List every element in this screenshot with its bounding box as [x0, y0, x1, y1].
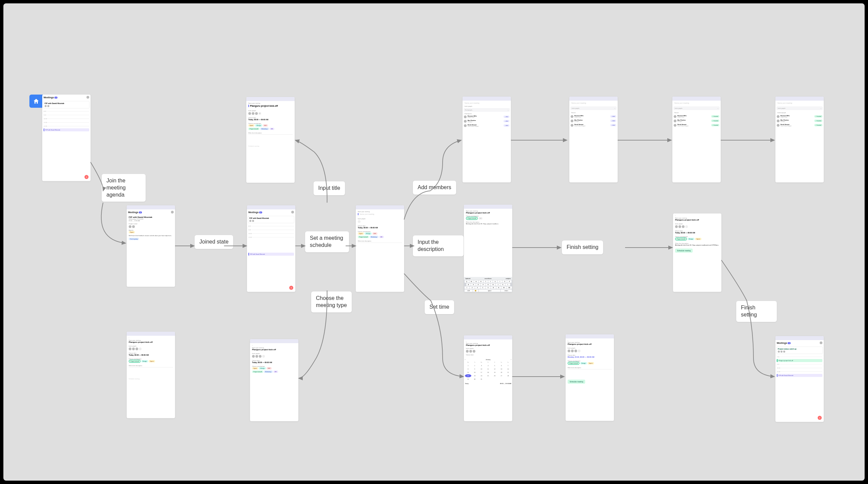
- label-input-desc: Input the description: [413, 235, 464, 256]
- person-row[interactable]: Roxanne MillsProduct Owner+ Add: [463, 114, 511, 119]
- title-input[interactable]: Planguru project kick-off: [248, 105, 293, 107]
- home-button[interactable]: [29, 95, 43, 108]
- label-set-time: Set time: [425, 300, 454, 314]
- screen-calendar[interactable]: ‹ Name your meeting Planguru project kic…: [464, 335, 512, 421]
- label-finish-1: Finish setting: [562, 240, 603, 254]
- screen-name-meeting-filled[interactable]: Name your meeting Planguru project kick-…: [246, 97, 295, 183]
- meeting-card[interactable]: F2F with Dawid Wozniak: [43, 101, 90, 108]
- meetings-title: Meetings: [44, 96, 54, 99]
- person-row[interactable]: Derek StewartSenior Product Designer✓ In…: [672, 123, 721, 127]
- person-row[interactable]: Roxanne MillsProduct Owner+ Add: [569, 114, 618, 119]
- calendar[interactable]: ‹January› MoTuWeThFrSaSu1234567891011121…: [464, 357, 512, 386]
- label-joined-state: Joined state: [195, 235, 233, 249]
- going-pill[interactable]: You're going: [129, 238, 139, 240]
- label-join-agenda: Join the meeting agenda: [102, 174, 146, 202]
- diagram-canvas[interactable]: Meetings2 F2F with Dawid Wozniak 8:00 9:…: [3, 3, 865, 481]
- find-people-input[interactable]: Find people...⌄: [464, 108, 510, 112]
- screen-choose-type[interactable]: ‹ Name your meeting Planguru project kic…: [250, 339, 298, 421]
- screen-final-meetings[interactable]: Meetings2 Project status catch-up 7:00 P…: [775, 336, 824, 422]
- screen-finish-1[interactable]: ‹ Name your meeting Planguru project kic…: [673, 213, 721, 292]
- person-row[interactable]: Derek StewartSenior Product Designer+ Ad…: [569, 123, 618, 127]
- fab-add[interactable]: +: [84, 175, 89, 179]
- person-row[interactable]: Derek StewartSenior Product Designer✓ In…: [775, 123, 824, 127]
- label-add-members: Add members: [413, 181, 456, 195]
- meeting-card-final[interactable]: Project status catch-up: [776, 347, 823, 354]
- screen-meeting-detail[interactable]: Meetings2 F2F with Dawid Wozniak Wednesd…: [127, 205, 175, 287]
- desc-textarea[interactable]: Meeting with client from UK. Guys, prepa…: [466, 223, 510, 225]
- screen-name-meeting-empty[interactable]: Name your meeting Name your meeting Invi…: [356, 205, 404, 292]
- fab-add-2[interactable]: +: [289, 286, 293, 290]
- person-row[interactable]: Max FletcherDeveloper+ Add: [463, 119, 511, 123]
- screen-setup-1[interactable]: ‹ Name your meeting Planguru project kic…: [127, 332, 175, 418]
- person-row[interactable]: Roxanne MillsProduct Owner✓ Invited: [775, 114, 824, 119]
- avatar: [86, 96, 89, 99]
- event-f2f[interactable]: F2F with Dawid Wozniak: [44, 128, 89, 131]
- label-set-schedule: Set a meeting schedule: [305, 231, 349, 252]
- space-key[interactable]: space: [479, 289, 500, 292]
- label-finish-2: Finish setting: [736, 301, 777, 322]
- screen-meetings-list-2[interactable]: Meetings2 F2F with Dawid Wozniak 8:00 9:…: [247, 205, 295, 292]
- screen-invite-1[interactable]: Name your meeting Invite people Find peo…: [463, 97, 511, 182]
- keyboard[interactable]: Updatedcancellationanalytics QWERTYUIOP …: [464, 277, 512, 292]
- person-row[interactable]: Max FletcherDeveloper+ Add: [569, 119, 618, 123]
- home-icon: [33, 98, 40, 105]
- schedule-button[interactable]: Schedule meeting: [675, 249, 693, 253]
- screen-invite-4[interactable]: Name your meeting Invite people⌄ Invited…: [775, 97, 824, 182]
- person-row[interactable]: Max FletcherDeveloper✓ Invited: [775, 119, 824, 123]
- timeline: 8:00 9:00 10:00 11:00 12:00 F2F with Daw…: [42, 109, 91, 131]
- label-input-title: Input title: [314, 181, 345, 195]
- meetings-count: 2: [54, 97, 57, 99]
- person-row[interactable]: Derek StewartSenior Product Designer+ Ad…: [463, 123, 511, 128]
- person-row[interactable]: Max FletcherDeveloper✓ Invited: [672, 119, 721, 123]
- screen-description-kb[interactable]: Name your meeting Planguru project kick-…: [464, 205, 512, 292]
- title-input-empty[interactable]: Name your meeting: [358, 213, 402, 215]
- back-btn[interactable]: ‹: [129, 337, 173, 339]
- tag-sprint[interactable]: Sprint: [129, 231, 135, 233]
- screen-invite-3[interactable]: Name your meeting Invite people⌄ Recent …: [672, 97, 721, 182]
- screen-after-time[interactable]: ‹ Name your meeting Planguru project kic…: [566, 334, 614, 421]
- screen-invite-2[interactable]: Name your meeting Invite people⌄ Recent …: [569, 97, 618, 182]
- label-choose-type: Choose the meeting type: [311, 291, 352, 312]
- person-row[interactable]: Roxanne MillsProduct Owner✓ Invited: [672, 114, 721, 119]
- screen-meetings-list[interactable]: Meetings2 F2F with Dawid Wozniak 8:00 9:…: [42, 95, 91, 181]
